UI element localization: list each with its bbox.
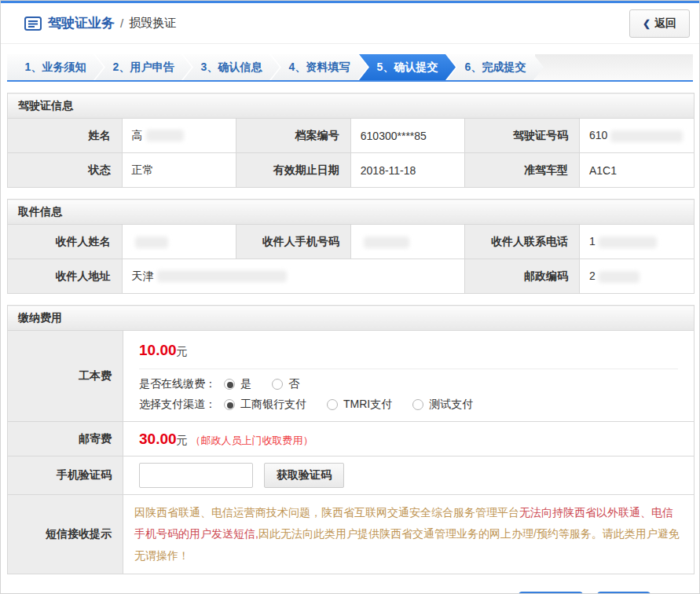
- sms-tip-text-1: 因陕西省联通、电信运营商技术问题，陕西省互联网交通安全综合服务管理平台: [134, 506, 519, 519]
- pickup-info-table: 取件信息 收件人姓名 收件人手机号码 收件人联系电话 1 收件人地址 天津 邮政…: [7, 199, 695, 294]
- redacted-value: [610, 130, 683, 142]
- postage-fee-label: 邮寄费: [8, 422, 123, 456]
- recipient-mobile-label: 收件人手机号码: [236, 225, 351, 259]
- step-6-complete-submit[interactable]: 6、完成提交: [447, 54, 544, 80]
- radio-channel-tmri-label: TMRI支付: [343, 398, 392, 412]
- production-fee-amount-line: 10.00元: [139, 342, 694, 359]
- radio-online-yes-label: 是: [240, 377, 251, 391]
- redacted-value: [157, 270, 287, 282]
- radio-unchecked-icon[interactable]: [272, 379, 283, 390]
- redacted-value: [364, 236, 409, 248]
- pay-channel-row: 选择支付渠道： 工商银行支付 TMRI支付 测试支付: [139, 398, 694, 412]
- table-row: 收件人姓名 收件人手机号码 收件人联系电话 1: [8, 225, 695, 259]
- radio-unchecked-icon[interactable]: [327, 399, 338, 410]
- license-number-value: 610: [579, 119, 694, 153]
- back-button-label: 返回: [654, 16, 676, 31]
- radio-checked-icon[interactable]: [224, 379, 235, 390]
- recipient-address-value: 天津: [122, 259, 465, 294]
- page-header: 驾驶证业务 / 损毁换证 ❮ 返回: [1, 3, 699, 44]
- table-row: 收件人地址 天津 邮政编码 2: [8, 259, 695, 294]
- step-wizard: 1、业务须知 2、用户申告 3、确认信息 4、资料填写 5、确认提交 6、完成提…: [7, 54, 693, 82]
- step-1-business-notice[interactable]: 1、业务须知: [7, 54, 104, 80]
- name-value: 高: [122, 119, 236, 153]
- fees-table: 缴纳费用 工本费 10.00元 是否在线缴费： 是 否: [7, 305, 695, 574]
- radio-channel-icbc[interactable]: 工商银行支付: [224, 398, 306, 412]
- postage-fee-cell: 30.00元（邮政人员上门收取费用）: [123, 422, 695, 456]
- back-button[interactable]: ❮ 返回: [629, 9, 690, 38]
- status-value: 正常: [122, 153, 236, 188]
- radio-channel-icbc-label: 工商银行支付: [240, 398, 306, 412]
- breadcrumb-current: 损毁换证: [129, 16, 176, 31]
- radio-channel-test-label: 测试支付: [429, 398, 473, 412]
- redacted-value: [599, 236, 657, 248]
- redacted-value: [135, 236, 168, 248]
- sms-code-label: 手机验证码: [8, 456, 123, 495]
- vehicle-type-value: A1C1: [579, 153, 694, 188]
- file-number-label: 档案编号: [236, 119, 351, 153]
- recipient-phone-label: 收件人联系电话: [465, 225, 580, 259]
- online-pay-label: 是否在线缴费：: [139, 377, 216, 391]
- radio-channel-test[interactable]: 测试支付: [412, 398, 473, 412]
- table-row: 状态 正常 有效期止日期 2018-11-18 准驾车型 A1C1: [8, 153, 695, 188]
- pay-channel-label: 选择支付渠道：: [139, 398, 216, 412]
- vehicle-type-label: 准驾车型: [465, 153, 580, 188]
- expiry-value: 2018-11-18: [350, 153, 465, 188]
- recipient-phone-value: 1: [579, 225, 694, 259]
- radio-online-yes[interactable]: 是: [224, 377, 251, 391]
- radio-online-no-label: 否: [288, 377, 299, 391]
- license-section-title: 驾驶证信息: [8, 94, 695, 119]
- table-row: 邮寄费 30.00元（邮政人员上门收取费用）: [8, 422, 695, 456]
- radio-unchecked-icon[interactable]: [412, 399, 423, 410]
- fees-section-title: 缴纳费用: [8, 306, 695, 331]
- step-2-user-declaration[interactable]: 2、用户申告: [95, 54, 192, 80]
- page-container: 驾驶证业务 / 损毁换证 ❮ 返回 1、业务须知 2、用户申告 3、确认信息 4…: [0, 0, 700, 594]
- currency-unit: 元: [177, 345, 188, 358]
- divider: [139, 368, 678, 369]
- radio-channel-tmri[interactable]: TMRI支付: [327, 398, 392, 412]
- step-3-confirm-info[interactable]: 3、确认信息: [183, 54, 280, 80]
- license-number-label: 驾驶证号码: [465, 119, 580, 153]
- sms-code-input[interactable]: [139, 463, 253, 488]
- online-pay-row: 是否在线缴费： 是 否: [139, 377, 694, 391]
- postcode-value: 2: [579, 259, 694, 294]
- sms-tip-label: 短信接收提示: [8, 495, 123, 574]
- chevron-left-icon: ❮: [643, 18, 651, 29]
- sms-tip-cell: 因陕西省联通、电信运营商技术问题，陕西省互联网交通安全综合服务管理平台无法向持陕…: [123, 495, 695, 574]
- expiry-label: 有效期止日期: [236, 153, 351, 188]
- recipient-address-label: 收件人地址: [8, 259, 123, 294]
- production-fee-label: 工本费: [8, 331, 123, 422]
- recipient-name-value: [122, 225, 236, 259]
- breadcrumb-separator: /: [120, 16, 123, 30]
- table-row: 手机验证码 获取验证码: [8, 456, 695, 495]
- radio-checked-icon[interactable]: [224, 399, 235, 410]
- page-title: 驾驶证业务: [48, 14, 115, 32]
- table-row: 短信接收提示 因陕西省联通、电信运营商技术问题，陕西省互联网交通安全综合服务管理…: [8, 495, 695, 574]
- table-row: 姓名 高 档案编号 610300****85 驾驶证号码 610: [8, 119, 695, 153]
- license-list-icon: [24, 16, 42, 31]
- license-info-table: 驾驶证信息 姓名 高 档案编号 610300****85 驾驶证号码 610 状…: [7, 93, 695, 188]
- postage-fee-amount: 30.00: [139, 431, 177, 447]
- pickup-section-title: 取件信息: [8, 200, 695, 225]
- production-fee-amount: 10.00: [139, 342, 177, 358]
- recipient-mobile-value: [350, 225, 465, 259]
- redacted-value: [599, 271, 640, 283]
- recipient-name-label: 收件人姓名: [8, 225, 123, 259]
- file-number-value: 610300****85: [350, 119, 465, 153]
- get-code-button[interactable]: 获取验证码: [264, 463, 344, 488]
- name-label: 姓名: [8, 119, 123, 153]
- production-fee-cell: 10.00元 是否在线缴费： 是 否 选择支付渠道：: [123, 331, 695, 422]
- postcode-label: 邮政编码: [465, 259, 580, 294]
- step-5-confirm-submit[interactable]: 5、确认提交: [359, 54, 456, 80]
- sms-code-cell: 获取验证码: [123, 456, 695, 495]
- status-label: 状态: [8, 153, 123, 188]
- table-row: 工本费 10.00元 是否在线缴费： 是 否: [8, 331, 695, 422]
- radio-online-no[interactable]: 否: [272, 377, 299, 391]
- step-4-fill-info[interactable]: 4、资料填写: [271, 54, 368, 80]
- step-wizard-filler: [535, 54, 693, 80]
- currency-unit: 元: [177, 434, 188, 446]
- redacted-value: [146, 130, 184, 141]
- postage-fee-note: （邮政人员上门收取费用）: [191, 434, 313, 446]
